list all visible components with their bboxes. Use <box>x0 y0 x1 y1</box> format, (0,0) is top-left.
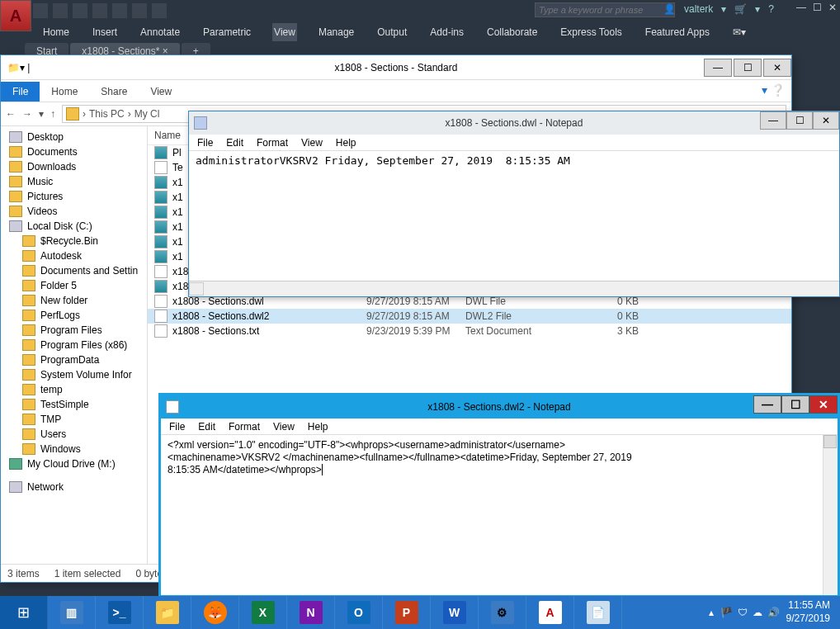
tray-expand-icon[interactable]: ▴ <box>709 607 714 618</box>
notepad1-titlebar[interactable]: x1808 - Sections.dwl - Notepad — ☐ ✕ <box>189 111 839 135</box>
close-button[interactable]: ✕ <box>828 2 837 13</box>
tb-powerpoint[interactable]: P <box>383 596 431 629</box>
file-row[interactable]: x1808 - Sections.dwl29/27/2019 8:15 AMDW… <box>148 309 791 324</box>
np1-hscrollbar[interactable] <box>189 281 839 296</box>
tree-folder[interactable]: System Volume Infor <box>1 367 147 382</box>
tree-folder[interactable]: TestSimple <box>1 397 147 412</box>
taskbar-clock[interactable]: 11:55 AM 9/27/2019 <box>786 599 837 625</box>
tb-excel[interactable]: X <box>239 596 287 629</box>
tb-outlook[interactable]: O <box>335 596 383 629</box>
user-name[interactable]: valterk <box>684 3 713 15</box>
np2-menu-help[interactable]: Help <box>308 421 328 433</box>
notepad2-titlebar[interactable]: x1808 - Sections.dwl2 - Notepad — ☐ ✕ <box>161 395 838 419</box>
np2-menu-file[interactable]: File <box>169 421 185 433</box>
tb-app[interactable]: ⚙ <box>479 596 526 629</box>
np2-maximize-button[interactable]: ☐ <box>781 395 809 414</box>
exchange-icon[interactable]: ▾ <box>721 3 726 15</box>
tree-folder[interactable]: Program Files <box>1 323 147 338</box>
tree-local-disk[interactable]: Local Disk (C:) <box>1 219 147 234</box>
tb-powershell[interactable]: >_ <box>96 596 144 629</box>
nav-up-icon[interactable]: ↑ <box>50 108 55 120</box>
ribbon-view[interactable]: View <box>272 23 297 41</box>
ribbon-annotate[interactable]: Annotate <box>139 23 182 41</box>
ribbon-collaborate[interactable]: Collaborate <box>485 23 539 41</box>
np2-minimize-button[interactable]: — <box>753 395 781 414</box>
tb-onenote[interactable]: N <box>287 596 335 629</box>
nav-recent-icon[interactable]: ▾ <box>39 108 44 120</box>
help-icon[interactable]: ? <box>768 3 774 15</box>
qat-new-icon[interactable] <box>33 3 48 18</box>
np2-menu-edit[interactable]: Edit <box>198 421 215 433</box>
tree-cloud-drive[interactable]: My Cloud Drive (M:) <box>1 456 147 471</box>
explorer-tab-share[interactable]: Share <box>89 82 139 102</box>
tray-shield-icon[interactable]: 🛡 <box>738 607 748 618</box>
tree-folder[interactable]: Documents and Settin <box>1 263 147 278</box>
tree-network[interactable]: Network <box>1 480 147 494</box>
nav-tree[interactable]: Desktop Documents Downloads Music Pictur… <box>1 126 148 564</box>
search-input[interactable] <box>535 2 675 17</box>
tb-notepad[interactable]: 📄 <box>574 596 622 629</box>
explorer-titlebar[interactable]: 📁▾ | x1808 - Sections - Standard — ☐ ✕ <box>1 55 791 80</box>
tree-folder[interactable]: New folder <box>1 293 147 308</box>
qat-plot-icon[interactable] <box>112 3 127 18</box>
qat-redo-icon[interactable] <box>152 3 167 18</box>
tree-documents[interactable]: Documents <box>1 144 147 159</box>
bc-folder[interactable]: My Cl <box>134 108 160 120</box>
qat-open-icon[interactable] <box>53 3 68 18</box>
np1-close-button[interactable]: ✕ <box>813 111 839 130</box>
qat-undo-icon[interactable] <box>132 3 147 18</box>
scroll-up-icon[interactable] <box>823 435 837 448</box>
np2-close-button[interactable]: ✕ <box>809 395 838 414</box>
tree-folder[interactable]: $Recycle.Bin <box>1 234 147 248</box>
tree-folder[interactable]: Users <box>1 427 147 442</box>
tb-firefox[interactable]: 🦊 <box>191 596 239 629</box>
np1-menu-help[interactable]: Help <box>336 137 356 149</box>
tree-videos[interactable]: Videos <box>1 204 147 219</box>
explorer-close-button[interactable]: ✕ <box>763 59 791 77</box>
tree-folder[interactable]: Autodesk <box>1 248 147 263</box>
notepad1-content[interactable]: administratorVKSRV2 Friday, September 27… <box>189 151 839 281</box>
ribbon-mail-icon[interactable]: ✉▾ <box>731 23 748 41</box>
minimize-button[interactable]: — <box>796 2 806 13</box>
ribbon-parametric[interactable]: Parametric <box>201 23 252 41</box>
np1-minimize-button[interactable]: — <box>760 111 786 130</box>
np1-menu-edit[interactable]: Edit <box>226 137 243 149</box>
tree-folder[interactable]: PerfLogs <box>1 308 147 323</box>
explorer-minimize-button[interactable]: — <box>704 59 732 77</box>
tree-folder[interactable]: ProgramData <box>1 352 147 367</box>
np2-vscrollbar[interactable] <box>823 435 838 595</box>
nav-fwd-icon[interactable]: → <box>22 108 32 120</box>
tray-flag-icon[interactable]: 🏴 <box>720 607 733 618</box>
np2-menu-view[interactable]: View <box>273 421 295 433</box>
tree-desktop[interactable]: Desktop <box>1 130 147 144</box>
qat-saveas-icon[interactable] <box>92 3 107 18</box>
ribbon-featured[interactable]: Featured Apps <box>644 23 711 41</box>
tb-word[interactable]: W <box>431 596 479 629</box>
tree-pictures[interactable]: Pictures <box>1 189 147 204</box>
np1-menu-file[interactable]: File <box>197 137 213 149</box>
explorer-tab-file[interactable]: File <box>1 82 40 102</box>
nav-back-icon[interactable]: ← <box>6 108 16 120</box>
explorer-help-icon[interactable]: ▾ ❔ <box>762 83 785 97</box>
tree-downloads[interactable]: Downloads <box>1 159 147 174</box>
file-row[interactable]: x1808 - Sections.txt9/23/2019 5:39 PMTex… <box>148 324 791 338</box>
tray-sound-icon[interactable]: 🔊 <box>767 607 780 618</box>
tray-cloud-icon[interactable]: ☁ <box>753 607 762 618</box>
ribbon-output[interactable]: Output <box>375 23 408 41</box>
tree-music[interactable]: Music <box>1 174 147 189</box>
scroll-left-icon[interactable] <box>189 282 204 296</box>
cart-icon[interactable]: 🛒 <box>734 3 747 15</box>
np2-menu-format[interactable]: Format <box>229 421 260 433</box>
ribbon-express[interactable]: Express Tools <box>559 23 623 41</box>
maximize-button[interactable]: ☐ <box>813 2 822 13</box>
apps-icon[interactable]: ▾ <box>755 3 760 15</box>
explorer-tab-home[interactable]: Home <box>40 82 89 102</box>
tree-folder[interactable]: temp <box>1 382 147 397</box>
np1-menu-format[interactable]: Format <box>257 137 288 149</box>
tree-folder[interactable]: TMP <box>1 412 147 427</box>
ribbon-manage[interactable]: Manage <box>317 23 356 41</box>
notepad2-content[interactable]: <?xml version="1.0" encoding="UTF-8"><wh… <box>161 435 838 595</box>
tb-explorer[interactable]: 📁 <box>144 596 191 629</box>
tb-server-manager[interactable]: ▥ <box>48 596 96 629</box>
explorer-tab-view[interactable]: View <box>139 82 183 102</box>
